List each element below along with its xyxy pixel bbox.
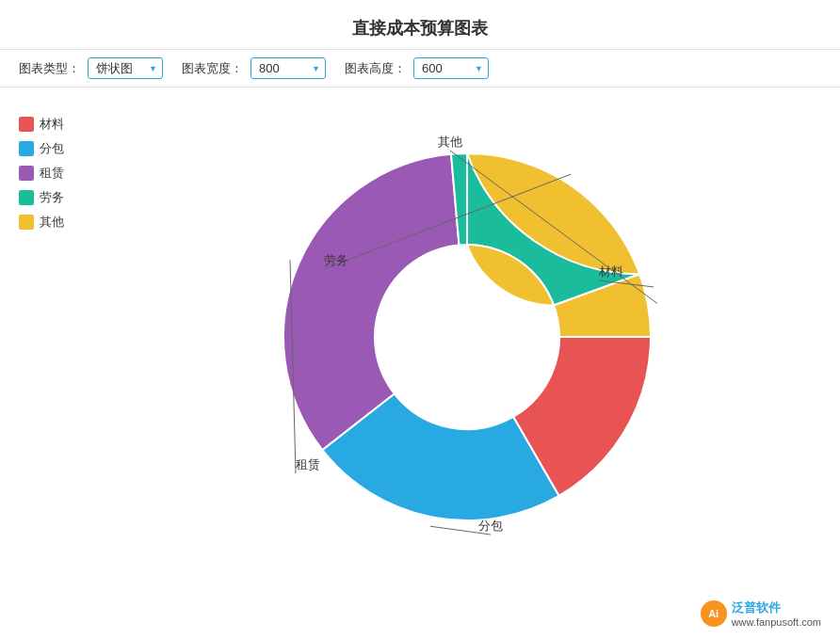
donut-chart: 材料分包租赁劳务其他 bbox=[194, 97, 740, 558]
company-name: 泛普软件 bbox=[732, 599, 821, 616]
legend-label: 劳务 bbox=[40, 189, 64, 206]
chart-label: 租赁 bbox=[296, 457, 320, 471]
legend-color bbox=[19, 166, 34, 181]
main-content: 材料 分包 租赁 劳务 其他 材料分包租赁劳务其他 bbox=[0, 88, 840, 567]
legend-label: 租赁 bbox=[40, 165, 64, 182]
legend-item: 租赁 bbox=[19, 165, 94, 182]
watermark: Ai 泛普软件 www.fanpusoft.com bbox=[701, 599, 821, 628]
chart-width-item: 图表宽度： 600 700 800 900 1000 bbox=[182, 57, 326, 79]
chart-type-item: 图表类型： 饼状图 柱状图 折线图 bbox=[19, 57, 163, 79]
toolbar: 图表类型： 饼状图 柱状图 折线图 图表宽度： 600 700 800 900 … bbox=[0, 49, 840, 88]
chart-label: 分包 bbox=[478, 519, 503, 533]
legend: 材料 分包 租赁 劳务 其他 bbox=[19, 97, 94, 558]
chart-width-label: 图表宽度： bbox=[182, 60, 243, 77]
legend-color bbox=[19, 117, 34, 132]
website: www.fanpusoft.com bbox=[732, 616, 821, 628]
legend-color bbox=[19, 190, 34, 205]
legend-label: 其他 bbox=[40, 214, 64, 231]
chart-height-item: 图表高度： 400 500 600 700 800 bbox=[345, 57, 489, 79]
legend-item: 其他 bbox=[19, 214, 94, 231]
chart-type-label: 图表类型： bbox=[19, 60, 80, 77]
chart-width-select[interactable]: 600 700 800 900 1000 bbox=[250, 57, 326, 79]
chart-segment bbox=[283, 154, 459, 450]
page-title: 直接成本预算图表 bbox=[0, 0, 840, 49]
chart-height-select-wrapper: 400 500 600 700 800 bbox=[413, 57, 489, 79]
chart-area: 材料分包租赁劳务其他 bbox=[113, 97, 821, 558]
chart-label: 材料 bbox=[598, 264, 623, 279]
chart-label: 劳务 bbox=[324, 253, 348, 267]
chart-height-label: 图表高度： bbox=[345, 60, 406, 77]
chart-width-select-wrapper: 600 700 800 900 1000 bbox=[250, 57, 326, 79]
legend-item: 劳务 bbox=[19, 189, 94, 206]
watermark-text: 泛普软件 www.fanpusoft.com bbox=[732, 599, 821, 628]
legend-color bbox=[19, 141, 34, 156]
chart-type-select[interactable]: 饼状图 柱状图 折线图 bbox=[88, 57, 163, 79]
legend-item: 材料 bbox=[19, 116, 94, 133]
legend-label: 分包 bbox=[40, 140, 64, 157]
chart-height-select[interactable]: 400 500 600 700 800 bbox=[413, 57, 489, 79]
chart-type-select-wrapper: 饼状图 柱状图 折线图 bbox=[88, 57, 163, 79]
legend-color bbox=[19, 215, 34, 230]
chart-label: 其他 bbox=[438, 135, 462, 149]
watermark-logo: Ai bbox=[701, 600, 727, 627]
legend-item: 分包 bbox=[19, 140, 94, 157]
legend-label: 材料 bbox=[40, 116, 64, 133]
